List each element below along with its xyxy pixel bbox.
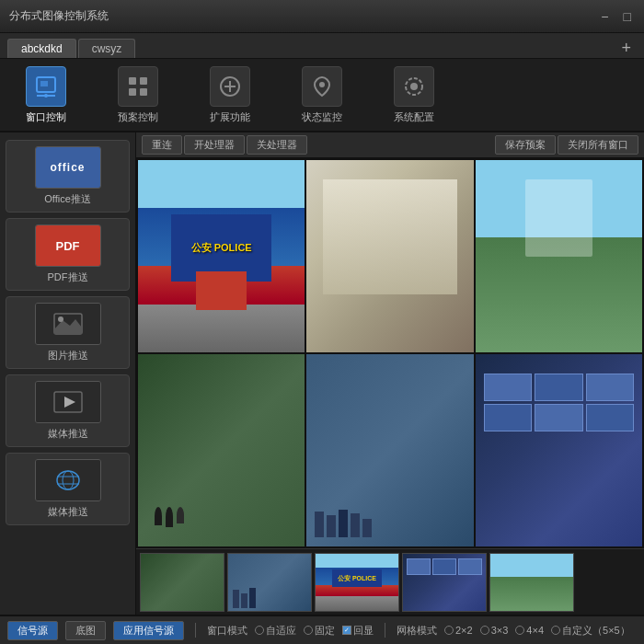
grid-mode-label: 网格模式 [397,624,437,638]
svg-rect-5 [140,77,147,85]
tab-cwsyz[interactable]: cwsyz [78,39,136,58]
tab-bar: abckdkd cwsyz + [0,33,644,59]
reset-button[interactable]: 重连 [142,135,182,155]
bottom-bar: 信号源 底图 应用信号源 窗口模式 自适应 固定 回显 网格模式 2×2 3×3… [0,615,644,644]
window-control-icon [26,66,66,107]
app-title: 分布式图像控制系统 [9,8,109,24]
thumb-4[interactable] [402,553,487,612]
sidebar-item-media2[interactable]: 媒体推送 [6,453,130,525]
svg-point-20 [63,471,74,489]
right-buttons: 保存预案 关闭所有窗口 [495,135,638,155]
grid-5x5-radio [551,626,560,635]
sidebar: office Office推送 PDF PDF推送 [0,132,136,615]
media1-icon-box [35,381,101,423]
main-toolbar: 窗口控制 预案控制 扩展功能 状态 [0,59,644,132]
status-icon [302,66,342,107]
thumb-5[interactable] [489,553,574,612]
grid-4x4[interactable]: 4×4 [515,625,544,636]
grid-4x4-radio [515,626,524,635]
open-processor-button[interactable]: 开处理器 [184,135,245,155]
window-mode-label: 窗口模式 [207,624,247,638]
thumbnail-strip: 公安 POLICE [136,548,644,615]
toolbar-extend[interactable]: 扩展功能 [202,66,258,124]
media1-icon [36,382,100,422]
preset-icon [118,66,158,107]
svg-point-19 [57,471,79,489]
office-icon-box: office [35,146,101,189]
content-area: 重连 开处理器 关处理器 保存预案 关闭所有窗口 公安 POLICE [136,132,644,615]
app-source-button[interactable]: 应用信号源 [113,621,184,640]
svg-rect-4 [129,77,136,85]
video-cell-1[interactable]: 公安 POLICE [138,160,305,352]
mode-fixed[interactable]: 固定 [304,624,335,638]
video-cell-5[interactable] [306,354,473,546]
sidebar-item-pdf[interactable]: PDF PDF推送 [6,218,130,291]
pdf-icon-box: PDF [35,224,101,267]
left-buttons: 重连 开处理器 关处理器 [142,135,307,155]
separator-2 [385,623,385,638]
sidebar-item-media1[interactable]: 媒体推送 [6,374,130,447]
toolbar-window-label: 窗口控制 [26,110,66,124]
window-controls: − □ [597,9,635,24]
map-button[interactable]: 底图 [65,621,106,640]
close-all-button[interactable]: 关闭所有窗口 [558,135,638,155]
office-label: Office推送 [44,192,91,206]
toolbar-status-label: 状态监控 [302,110,342,124]
thumb-2[interactable] [227,553,312,612]
sidebar-item-office[interactable]: office Office推送 [6,140,130,213]
content-toolbar: 重连 开处理器 关处理器 保存预案 关闭所有窗口 [136,132,644,158]
browser-icon [36,460,100,500]
svg-rect-7 [140,88,147,96]
source-button[interactable]: 信号源 [7,621,58,640]
toolbar-extend-label: 扩展功能 [210,110,250,124]
toolbar-preset-control[interactable]: 预案控制 [110,66,166,124]
image-label: 图片推送 [48,349,88,362]
sidebar-item-image[interactable]: 图片推送 [6,296,130,369]
video-cell-2[interactable] [306,160,473,352]
video-cell-6[interactable] [476,354,642,546]
toolbar-config-label: 系统配置 [394,110,434,124]
media2-label: 媒体推送 [48,505,88,519]
tab-abckdkd[interactable]: abckdkd [7,39,76,58]
display-tile[interactable]: 回显 [342,624,374,638]
grid-2x2-radio [444,626,454,635]
minimize-button[interactable]: − [597,9,612,24]
grid-3x3[interactable]: 3×3 [480,625,509,636]
maximize-button[interactable]: □ [620,9,635,24]
close-processor-button[interactable]: 关处理器 [247,135,307,155]
save-preset-button[interactable]: 保存预案 [495,135,556,155]
main-area: office Office推送 PDF PDF推送 [0,132,644,615]
thumb-1[interactable] [140,553,224,612]
svg-point-3 [44,94,48,98]
svg-point-12 [410,83,418,90]
separator-1 [195,623,196,638]
svg-point-16 [58,316,63,322]
grid-3x3-radio [480,626,489,635]
toolbar-preset-label: 预案控制 [118,110,158,124]
toolbar-config[interactable]: 系统配置 [386,66,442,124]
grid-5x5[interactable]: 自定义（5×5） [551,624,630,638]
tile-checkbox [342,626,351,635]
thumb-3[interactable]: 公安 POLICE [315,553,399,612]
svg-marker-15 [54,319,82,334]
svg-rect-6 [129,88,136,96]
media2-icon-box [35,459,101,501]
image-icon-box [35,303,101,345]
mode-auto-radio [255,626,264,635]
pdf-icon: PDF [36,225,100,266]
extend-icon [210,66,250,107]
video-cell-3[interactable] [476,160,642,352]
toolbar-window-control[interactable]: 窗口控制 [18,66,74,124]
mode-fixed-radio [304,626,313,635]
video-grid: 公安 POLICE [136,158,644,548]
mode-auto[interactable]: 自适应 [255,624,296,638]
config-icon [394,66,434,107]
toolbar-status[interactable]: 状态监控 [294,66,350,124]
image-icon [36,304,100,344]
add-tab-button[interactable]: + [615,38,637,58]
grid-2x2[interactable]: 2×2 [444,625,473,636]
svg-point-11 [319,82,325,87]
title-bar: 分布式图像控制系统 − □ [0,0,644,33]
video-cell-4[interactable] [138,354,305,546]
pdf-label: PDF推送 [48,270,88,284]
